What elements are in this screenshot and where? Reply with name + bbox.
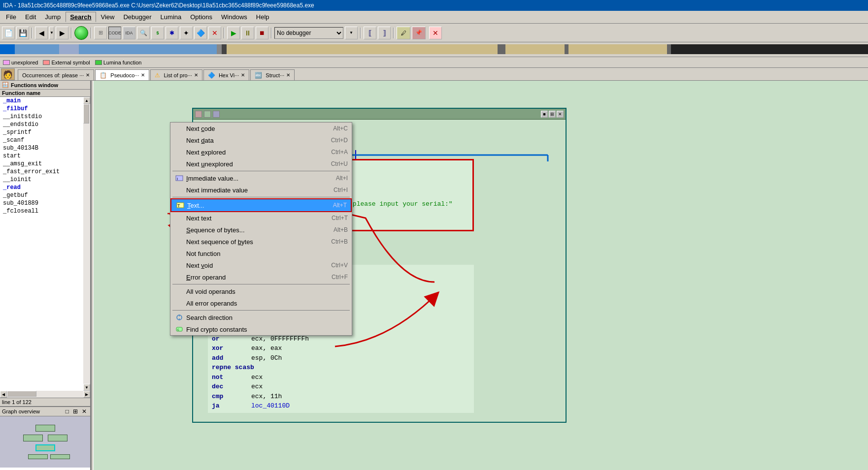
- menu-not-function[interactable]: Not function: [170, 248, 352, 259]
- hscroll-thumb[interactable]: [7, 391, 36, 397]
- jump-btn[interactable]: ⟧: [378, 27, 391, 39]
- next-code-shortcut: Alt+C: [333, 125, 348, 132]
- function-item-read[interactable]: _read: [0, 184, 83, 191]
- graph-btn[interactable]: 🔷: [194, 27, 207, 39]
- hex-btn[interactable]: CODE: [108, 27, 121, 39]
- tab-struct[interactable]: 🔤 Struct··· ✕: [250, 69, 295, 80]
- svg-text:c: c: [177, 328, 179, 331]
- menu-next-seq-bytes[interactable]: Next sequence of bytes Ctrl+B: [170, 236, 352, 248]
- ida-btn[interactable]: IDA: [123, 27, 135, 39]
- menu-edit[interactable]: Edit: [21, 12, 40, 22]
- menu-all-error[interactable]: All error operands: [170, 297, 352, 309]
- sidebar-scrollbar[interactable]: ▲ ▼: [83, 97, 90, 391]
- graph-win-restore[interactable]: ⊞: [549, 111, 556, 118]
- tab-pseudocode[interactable]: 📋 Pseudoco··· ✕: [95, 69, 149, 80]
- patch-btn[interactable]: ✱: [166, 27, 178, 39]
- tab-list-pro-close[interactable]: ✕: [194, 72, 198, 78]
- menu-view[interactable]: View: [97, 12, 119, 22]
- menu-windows[interactable]: Windows: [217, 12, 251, 22]
- function-item-ioinit[interactable]: __ioinit: [0, 176, 83, 184]
- menu-next-code[interactable]: Next code Alt+C: [170, 123, 352, 134]
- stop-btn[interactable]: ⏹: [256, 27, 268, 39]
- function-item-sprintf[interactable]: _sprintf: [0, 128, 83, 136]
- menu-next-void[interactable]: Next void Ctrl+V: [170, 259, 352, 271]
- hscroll-track[interactable]: [7, 391, 83, 398]
- scroll-left-btn[interactable]: ◀: [0, 391, 7, 398]
- play-btn[interactable]: ▶: [227, 27, 240, 39]
- menu-search[interactable]: Search: [66, 12, 96, 22]
- refresh-btn[interactable]: 🔍: [137, 27, 150, 39]
- menu-next-unexplored[interactable]: Next unexplored Ctrl+U: [170, 158, 352, 170]
- debugger-select[interactable]: No debugger: [274, 27, 343, 39]
- function-item-sub401889[interactable]: sub_401889: [0, 199, 83, 207]
- close-x[interactable]: ✕: [429, 27, 442, 39]
- forward-dropdown[interactable]: ▼: [49, 27, 54, 39]
- nop-btn[interactable]: $: [151, 27, 164, 39]
- function-item-fast-error[interactable]: _fast_error_exit: [0, 168, 83, 176]
- scroll-up-btn[interactable]: ▲: [83, 97, 90, 104]
- sep2: [172, 197, 350, 197]
- menu-find-crypto[interactable]: c Find crypto constants: [170, 323, 352, 335]
- menu-seq-bytes[interactable]: Sequence of bytes... Alt+B: [170, 224, 352, 236]
- sidebar-hscroll[interactable]: ◀ ▶: [0, 391, 90, 398]
- menu-immediate-value[interactable]: I Immediate value... Alt+I: [170, 172, 352, 184]
- graph-close-btn[interactable]: ✕: [80, 408, 88, 415]
- scroll-right-btn[interactable]: ▶: [83, 391, 90, 398]
- tab-occurrences[interactable]: Occurrences of: please ··· ✕: [18, 69, 94, 80]
- back-btn[interactable]: ◀: [35, 27, 48, 39]
- function-item-amsg[interactable]: __amsg_exit: [0, 160, 83, 168]
- forward-btn[interactable]: ▶: [56, 27, 68, 39]
- function-item-scanf[interactable]: _scanf: [0, 136, 83, 144]
- menu-next-explored[interactable]: Next explored Ctrl+A: [170, 146, 352, 158]
- decompile-btn[interactable]: ⟦: [364, 27, 376, 39]
- sync-btn[interactable]: ⊞: [94, 27, 107, 39]
- function-item-initstdio[interactable]: __initstdio: [0, 113, 83, 121]
- import-btn[interactable]: 📌: [412, 27, 426, 39]
- function-item-main[interactable]: _main: [0, 97, 83, 105]
- function-item-getbuf[interactable]: _getbuf: [0, 191, 83, 199]
- menu-file[interactable]: File: [2, 12, 20, 22]
- menu-jump[interactable]: Jump: [41, 12, 65, 22]
- nav-seg2: [15, 44, 59, 54]
- function-item-sub40134b[interactable]: sub_40134B: [0, 144, 83, 152]
- graph-win-min[interactable]: ■: [541, 111, 548, 118]
- menu-next-immediate[interactable]: Next immediate value Ctrl+I: [170, 184, 352, 196]
- debugger-dropdown[interactable]: ▼: [345, 27, 358, 39]
- scroll-down-btn[interactable]: ▼: [83, 384, 90, 391]
- pause-btn[interactable]: ⏸: [241, 27, 254, 39]
- menu-help[interactable]: Help: [252, 12, 273, 22]
- delete-btn[interactable]: ✕: [208, 27, 221, 39]
- menu-all-void[interactable]: All void operands: [170, 285, 352, 297]
- scroll-thumb[interactable]: [83, 104, 89, 124]
- tab-hex-view[interactable]: 🔷 Hex Vi··· ✕: [203, 69, 249, 80]
- tab-pseudocode-close[interactable]: ✕: [141, 72, 145, 78]
- menu-options[interactable]: Options: [186, 12, 216, 22]
- menu-next-text[interactable]: Next text Ctrl+T: [170, 212, 352, 224]
- open-btn[interactable]: 💾: [16, 27, 29, 39]
- menu-lumina[interactable]: Lumina: [157, 12, 186, 22]
- tab-occurrences-close[interactable]: ✕: [86, 72, 90, 78]
- xref-btn[interactable]: 🖊: [397, 27, 410, 39]
- graph-minimize-btn[interactable]: □: [64, 408, 70, 415]
- new-btn[interactable]: 📄: [2, 27, 15, 39]
- tab-list-pro[interactable]: ⚠ List of pro··· ✕: [150, 69, 202, 80]
- tab-hex-view-close[interactable]: ✕: [241, 72, 245, 78]
- graph-maximize-btn[interactable]: ⊞: [71, 408, 79, 415]
- menu-next-data[interactable]: Next data Ctrl+D: [170, 134, 352, 146]
- function-item-filbuf[interactable]: _filbuf: [0, 105, 83, 113]
- menu-error-operand[interactable]: Error operand Ctrl+F: [170, 271, 352, 283]
- next-immediate-icon: [174, 186, 184, 194]
- graph-win-close[interactable]: ✕: [557, 111, 564, 118]
- scroll-track[interactable]: [83, 104, 90, 384]
- function-item-endstdio[interactable]: __endstdio: [0, 121, 83, 128]
- run-btn[interactable]: [74, 26, 88, 40]
- function-item-fcloseall[interactable]: _fcloseall: [0, 207, 83, 215]
- immediate-shortcut: Alt+I: [336, 175, 348, 182]
- tab-struct-close[interactable]: ✕: [286, 72, 290, 78]
- menu-debugger[interactable]: Debugger: [119, 12, 155, 22]
- function-item-start[interactable]: start: [0, 152, 83, 160]
- legend-bar: unexplored External symbol Lumina functi…: [0, 57, 868, 68]
- menu-search-direction[interactable]: Search direction: [170, 312, 352, 323]
- menu-text[interactable]: T Text... Alt+T: [170, 198, 352, 212]
- options-btn[interactable]: ✦: [180, 27, 193, 39]
